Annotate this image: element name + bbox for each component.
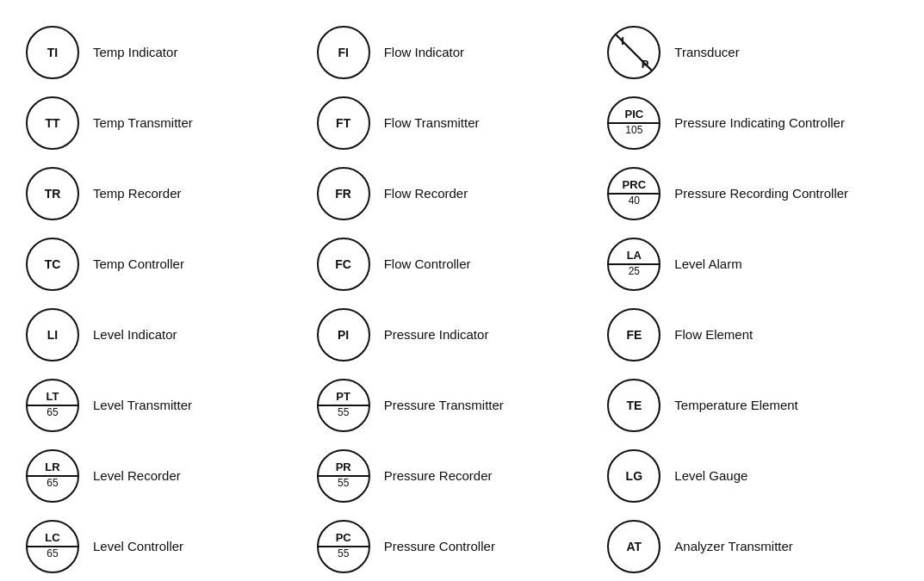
instrument-name-ft: Flow Transmitter <box>384 114 480 132</box>
symbol-transducer: I P <box>607 26 660 79</box>
instrument-row-li: LI Level Indicator <box>26 300 317 370</box>
circle-bottom-la: 25 <box>629 266 640 276</box>
symbol-la: LA 25 <box>607 238 660 291</box>
column-2: FI Flow Indicator FT Flow Transmitter FR… <box>317 17 608 581</box>
instrument-name-fi: Flow Indicator <box>384 44 464 61</box>
circle-bottom-pc: 55 <box>338 548 349 559</box>
column-1: TI Temp Indicator TT Temp Transmitter TR… <box>26 17 317 581</box>
symbol-pi: PI <box>317 308 370 362</box>
instrument-row-tt: TT Temp Transmitter <box>26 88 317 158</box>
circle-fr: FR <box>317 167 370 220</box>
circle-bottom-lt: 65 <box>47 407 58 417</box>
circle-top-pic: PIC <box>624 108 643 120</box>
column-3: I P Transducer PIC 105 Pressure Indicati… <box>607 17 898 581</box>
instrument-name-fr: Flow Recorder <box>384 185 468 202</box>
symbol-tr: TR <box>26 167 79 220</box>
instrument-name-pc: Pressure Controller <box>384 538 495 555</box>
symbol-tt: TT <box>26 96 79 150</box>
circle-split-pic: PIC 105 <box>607 96 660 150</box>
instrument-row-pc: PC 55 Pressure Controller <box>317 511 608 581</box>
circle-transducer: I P <box>607 26 660 79</box>
instrument-row-pic: PIC 105 Pressure Indicating Controller <box>607 88 898 158</box>
instrument-name-pi: Pressure Indicator <box>384 326 489 343</box>
symbol-pt: PT 55 <box>317 379 370 432</box>
instrument-row-lg: LG Level Gauge <box>607 441 898 511</box>
instrument-row-fi: FI Flow Indicator <box>317 17 608 88</box>
symbol-fc: FC <box>317 238 370 291</box>
instrument-name-ti: Temp Indicator <box>93 44 177 61</box>
instrument-name-pic: Pressure Indicating Controller <box>674 114 845 132</box>
circle-top-lc: LC <box>45 532 59 543</box>
instrument-name-lt: Level Transmitter <box>93 397 192 414</box>
circle-label-pi: PI <box>338 328 349 342</box>
instrument-row-lt: LT 65 Level Transmitter <box>26 370 317 441</box>
symbol-pr: PR 55 <box>317 449 370 503</box>
symbol-pic: PIC 105 <box>607 96 660 150</box>
instrument-name-fc: Flow Controller <box>384 256 471 273</box>
symbol-fi: FI <box>317 26 370 79</box>
symbol-lg: LG <box>607 449 660 503</box>
symbol-fe: FE <box>607 308 660 362</box>
instrument-row-fc: FC Flow Controller <box>317 229 608 300</box>
circle-bottom-lr: 65 <box>47 478 58 488</box>
circle-top-pt: PT <box>336 391 350 402</box>
transducer-i-label: I <box>621 34 624 47</box>
circle-label-fi: FI <box>338 46 348 59</box>
circle-pi: PI <box>317 308 370 362</box>
circle-top-lt: LT <box>47 391 59 402</box>
circle-top-la: LA <box>627 250 642 261</box>
instrument-name-la: Level Alarm <box>674 256 741 273</box>
circle-fe: FE <box>607 308 660 362</box>
instrument-row-lr: LR 65 Level Recorder <box>26 441 317 511</box>
instrument-row-te: TE Temperature Element <box>607 370 898 441</box>
circle-tr: TR <box>26 167 79 220</box>
instrument-name-at: Analyzer Transmitter <box>674 538 793 555</box>
circle-split-lr: LR 65 <box>26 449 79 503</box>
symbol-ti: TI <box>26 26 79 79</box>
circle-split-la: LA 25 <box>607 238 660 291</box>
symbol-fr: FR <box>317 167 370 220</box>
instrument-row-prc: PRC 40 Pressure Recording Controller <box>607 158 898 229</box>
circle-split-pc: PC 55 <box>317 520 370 573</box>
symbol-lt: LT 65 <box>26 379 79 432</box>
circle-ft: FT <box>317 96 370 150</box>
instrument-name-te: Temperature Element <box>674 397 797 414</box>
circle-label-at: AT <box>627 540 642 553</box>
circle-label-tc: TC <box>45 257 61 271</box>
circle-label-te: TE <box>626 399 642 412</box>
instrument-name-pt: Pressure Transmitter <box>384 397 504 414</box>
instrument-row-pr: PR 55 Pressure Recorder <box>317 441 608 511</box>
circle-ti: TI <box>26 26 79 79</box>
instrument-name-ip: Transducer <box>674 44 739 61</box>
transducer-p-label: P <box>642 58 649 71</box>
instrument-row-pi: PI Pressure Indicator <box>317 300 608 370</box>
instrument-row-at: AT Analyzer Transmitter <box>607 511 898 581</box>
circle-split-prc: PRC 40 <box>607 167 660 220</box>
circle-fc: FC <box>317 238 370 291</box>
circle-lg: LG <box>607 449 660 503</box>
circle-split-lc: LC 65 <box>26 520 79 573</box>
circle-split-pr: PR 55 <box>317 449 370 503</box>
symbol-ft: FT <box>317 96 370 150</box>
instrument-name-fe: Flow Element <box>674 326 753 343</box>
symbol-lr: LR 65 <box>26 449 79 503</box>
circle-at: AT <box>607 520 660 573</box>
instrument-row-tr: TR Temp Recorder <box>26 158 317 229</box>
symbol-lc: LC 65 <box>26 520 79 573</box>
circle-top-pc: PC <box>336 532 351 543</box>
circle-tt: TT <box>26 96 79 150</box>
symbol-at: AT <box>607 520 660 573</box>
instrument-row-ip: I P Transducer <box>607 17 898 88</box>
circle-label-tr: TR <box>45 187 61 201</box>
symbol-te: TE <box>607 379 660 432</box>
circle-bottom-prc: 40 <box>629 195 640 206</box>
instrument-name-lc: Level Controller <box>93 538 183 555</box>
instrument-row-tc: TC Temp Controller <box>26 229 317 300</box>
instrument-name-lr: Level Recorder <box>93 467 181 485</box>
circle-te: TE <box>607 379 660 432</box>
symbol-tc: TC <box>26 238 79 291</box>
symbol-li: LI <box>26 308 79 362</box>
circle-label-li: LI <box>47 328 58 342</box>
circle-bottom-pt: 55 <box>338 407 349 417</box>
instrument-name-pr: Pressure Recorder <box>384 467 493 485</box>
